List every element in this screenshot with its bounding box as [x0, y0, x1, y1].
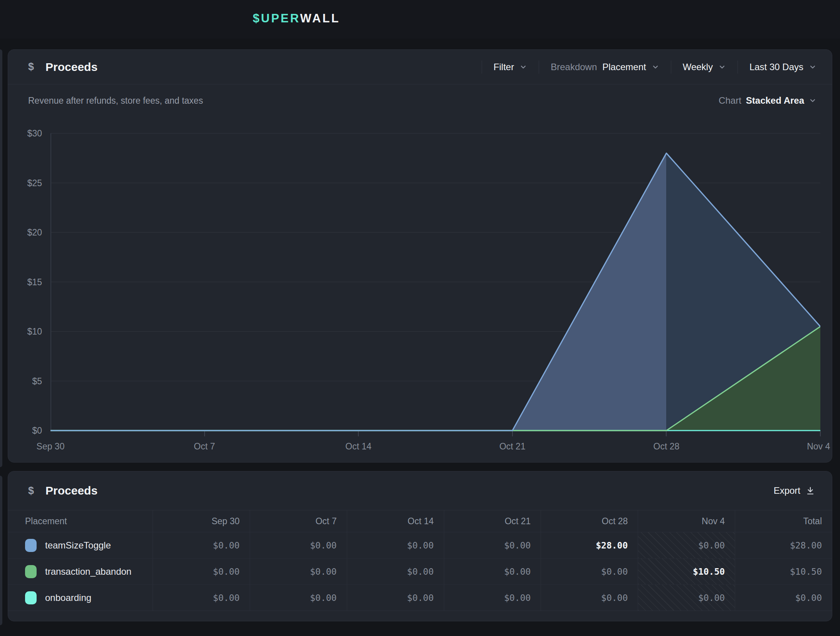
filter-button[interactable]: Filter [494, 62, 527, 72]
area-teamSizeToggle [50, 153, 666, 431]
panel-subheader: Revenue after refunds, store fees, and t… [8, 84, 832, 106]
table-cell-value: $0.00 [698, 540, 725, 550]
table-cell: $0.00 [541, 559, 638, 585]
chart-type-label: Chart [719, 95, 741, 106]
x-axis-label: Sep 30 [37, 441, 65, 452]
table-cell-value: $0.00 [310, 567, 336, 577]
placement-name: onboarding [45, 592, 91, 603]
table-cell: $28.00 [735, 532, 832, 559]
table-cell-value: $0.00 [698, 593, 725, 603]
chevron-down-icon [809, 97, 816, 104]
interval-button[interactable]: Weekly [683, 62, 726, 72]
table-cell: $0.00 [347, 559, 444, 585]
table-cell-value: $0.00 [601, 567, 628, 577]
table-cell: $0.00 [153, 559, 250, 585]
date-range-button[interactable]: Last 30 Days [749, 62, 816, 72]
chart-type-value: Stacked Area [746, 95, 804, 106]
table-cell: $28.00 [541, 532, 638, 559]
breakdown-control[interactable]: Breakdown Placement [551, 62, 659, 72]
export-label: Export [774, 485, 800, 496]
adjacent-card-edge [0, 476, 2, 625]
table-cell-value: $10.50 [693, 567, 725, 577]
table-cell-value: $28.00 [596, 540, 628, 550]
table-header-cell: Oct 21 [444, 510, 541, 532]
table-cell: $0.00 [153, 532, 250, 559]
proceeds-chart[interactable] [50, 133, 820, 431]
table-cell-value: $0.00 [504, 593, 531, 603]
legend-swatch [25, 539, 37, 552]
table-row-label: teamSizeToggle [8, 532, 153, 559]
control-divider [539, 61, 539, 74]
table-row-label: transaction_abandon [8, 559, 153, 585]
table-header-cell: Sep 30 [153, 510, 250, 532]
table-cell: $0.00 [444, 532, 541, 559]
table-cell: $0.00 [250, 532, 347, 559]
panel-title: Proceeds [45, 61, 97, 74]
download-icon [806, 486, 815, 495]
chevron-down-icon [718, 63, 726, 71]
table-panel-header: $ Proceeds Export [8, 471, 832, 510]
proceeds-panel: $ Proceeds Filter Breakdown Placement We… [8, 49, 832, 463]
panel-subtitle: Revenue after refunds, store fees, and t… [28, 96, 203, 106]
table-cell: $10.50 [735, 559, 832, 585]
axis-tick [512, 431, 513, 436]
chevron-down-icon [809, 63, 816, 71]
legend-swatch [25, 565, 37, 578]
table-header-cell: Oct 7 [250, 510, 347, 532]
control-divider [671, 61, 671, 74]
table-cell: $0.00 [638, 585, 735, 611]
dollar-icon: $ [28, 61, 34, 73]
table-cell: $0.00 [735, 585, 832, 611]
placement-name: teamSizeToggle [45, 540, 111, 551]
axis-tick [820, 431, 821, 436]
control-divider [482, 61, 482, 74]
table-cell: $0.00 [444, 559, 541, 585]
superwall-logo: $UPERWALL [253, 12, 340, 25]
table-cell-value: $0.00 [213, 567, 240, 577]
adjacent-card-edge [0, 49, 2, 467]
proceeds-table-panel: $ Proceeds Export PlacementSep 30Oct 7Oc… [8, 471, 832, 621]
legend-swatch [25, 591, 37, 604]
table-cell-value: $0.00 [504, 540, 531, 550]
chart-area: $0$5$10$15$20$25$30 [8, 133, 820, 431]
table-cell-value: $10.50 [790, 567, 822, 577]
x-axis: Sep 30Oct 7Oct 14Oct 21Oct 28Nov 4 [50, 431, 820, 462]
table-cell: $0.00 [347, 585, 444, 611]
table-cell: $0.00 [444, 585, 541, 611]
x-axis-label: Oct 7 [194, 441, 215, 452]
y-axis-label: $30 [8, 128, 42, 139]
y-axis-label: $20 [8, 227, 42, 238]
chevron-down-icon [652, 63, 659, 71]
table-cell: $0.00 [638, 532, 735, 559]
logo-rest-text: WALL [300, 12, 340, 25]
table-cell-value: $0.00 [407, 540, 433, 550]
table-cell: $0.00 [250, 559, 347, 585]
panel-controls: Filter Breakdown Placement Weekly Last 3… [470, 61, 816, 74]
table-cell-value: $0.00 [310, 593, 336, 603]
chart-type-control[interactable]: Chart Stacked Area [719, 95, 816, 106]
placement-name: transaction_abandon [45, 566, 131, 577]
proceeds-panel-header: $ Proceeds Filter Breakdown Placement We… [8, 50, 832, 84]
chart-svg [50, 133, 820, 431]
table-cell-value: $0.00 [407, 593, 433, 603]
table-panel-title: Proceeds [45, 484, 97, 497]
table-cell-value: $0.00 [213, 593, 240, 603]
table-cell-value: $28.00 [790, 540, 822, 550]
x-axis-label: Oct 21 [499, 441, 526, 452]
interval-value: Weekly [683, 62, 713, 72]
table-cell-value: $0.00 [407, 567, 433, 577]
date-range-value: Last 30 Days [749, 62, 803, 72]
y-axis-label: $15 [8, 277, 42, 287]
axis-tick [666, 431, 667, 436]
table-header-cell: Nov 4 [638, 510, 735, 532]
axis-tick [204, 431, 205, 436]
table-header-cell: Oct 14 [347, 510, 444, 532]
x-axis-label: Nov 4 [807, 441, 830, 452]
filter-label: Filter [494, 62, 514, 72]
table-header-cell: Oct 28 [541, 510, 638, 532]
export-button[interactable]: Export [774, 485, 815, 496]
breakdown-label: Breakdown [551, 62, 597, 72]
control-divider [738, 61, 738, 74]
x-axis-label: Oct 14 [345, 441, 371, 452]
y-axis-label: $5 [8, 376, 42, 386]
